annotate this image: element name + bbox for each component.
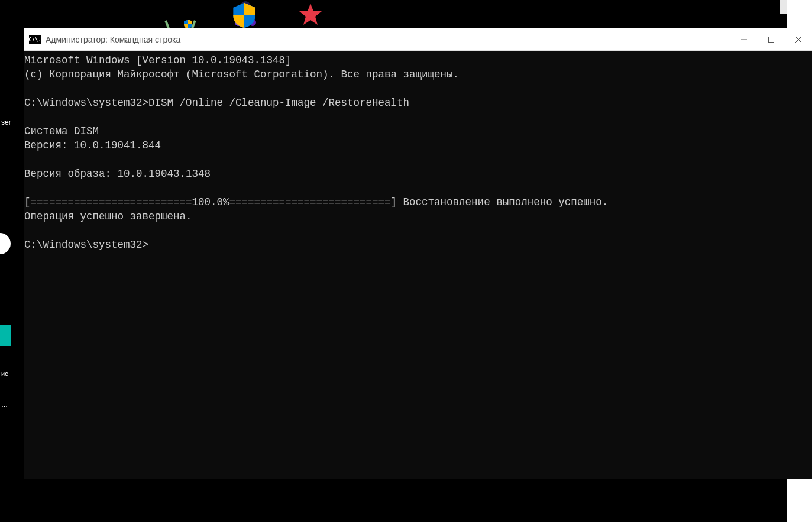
desktop-label-fragment-3: … xyxy=(0,401,18,408)
window-controls xyxy=(730,28,812,50)
uac-shield-icon xyxy=(230,1,258,30)
desktop-game-icon-1[interactable] xyxy=(163,0,198,28)
terminal-line: C:\Windows\system32> xyxy=(24,238,812,252)
command-prompt-window: C:\. Администратор: Командная строка Mic… xyxy=(24,28,812,479)
desktop-wizard-icon[interactable] xyxy=(228,0,263,28)
desktop-circle-icon[interactable] xyxy=(0,233,11,254)
browser-tab-hint xyxy=(780,0,787,14)
terminal-line xyxy=(24,153,812,167)
terminal-line: Версия: 10.0.19041.844 xyxy=(24,138,812,153)
terminal-line: Cистема DISM xyxy=(24,124,812,138)
desktop-star-icon[interactable] xyxy=(293,0,328,28)
svg-marker-2 xyxy=(299,4,322,25)
terminal-line: Microsoft Windows [Version 10.0.19043.13… xyxy=(24,53,812,67)
terminal-line xyxy=(24,181,812,195)
cmd-icon: C:\. xyxy=(29,35,41,44)
desktop-top-icons xyxy=(163,0,328,28)
terminal-line: C:\Windows\system32>DISM /Online /Cleanu… xyxy=(24,96,812,110)
window-titlebar[interactable]: C:\. Администратор: Командная строка xyxy=(24,28,812,51)
desktop-left-icons: ser ис … xyxy=(0,118,18,408)
terminal-line: Версия образа: 10.0.19043.1348 xyxy=(24,167,812,181)
desktop-label-fragment: ser xyxy=(0,118,18,127)
svg-rect-4 xyxy=(769,37,774,42)
desktop-teal-icon[interactable] xyxy=(0,325,11,346)
terminal-line xyxy=(24,82,812,96)
desktop-label-fragment-2: ис xyxy=(0,370,18,377)
terminal-line: Операция успешно завершена. xyxy=(24,209,812,223)
window-title: Администратор: Командная строка xyxy=(46,35,730,44)
close-button[interactable] xyxy=(785,28,812,50)
terminal-line: [==========================100.0%=======… xyxy=(24,195,812,209)
terminal-line xyxy=(24,110,812,124)
terminal-output[interactable]: Microsoft Windows [Version 10.0.19043.13… xyxy=(24,51,812,479)
minimize-button[interactable] xyxy=(730,28,758,50)
maximize-button[interactable] xyxy=(758,28,785,50)
desktop-background: ser ис … C:\. Администратор: Командная с… xyxy=(0,0,812,522)
terminal-line xyxy=(24,223,812,238)
terminal-line: (c) Корпорация Майкрософт (Microsoft Cor… xyxy=(24,67,812,82)
